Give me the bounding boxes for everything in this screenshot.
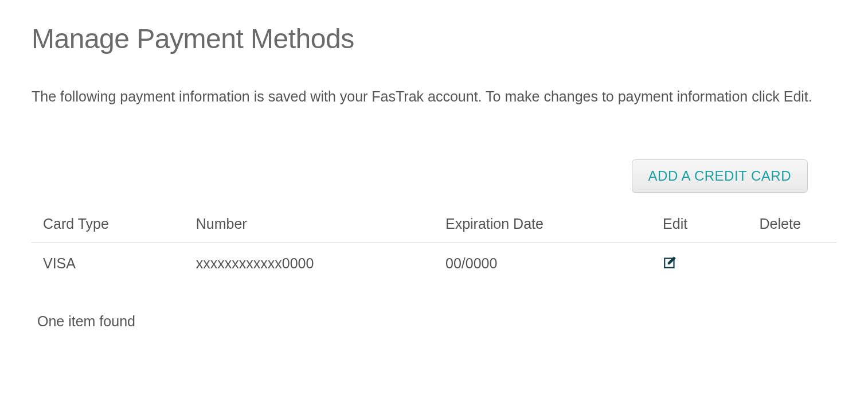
table-header-row: Card Type Number Expiration Date Edit De…	[32, 210, 836, 243]
pencil-edit-icon	[663, 255, 678, 270]
cell-number: xxxxxxxxxxxx0000	[185, 243, 434, 284]
result-count: One item found	[32, 313, 836, 330]
payment-methods-table: Card Type Number Expiration Date Edit De…	[32, 210, 836, 284]
page-description: The following payment information is sav…	[32, 86, 834, 108]
header-expiration: Expiration Date	[434, 210, 651, 243]
table-row: VISA xxxxxxxxxxxx0000 00/0000	[32, 243, 836, 284]
cell-expiration: 00/0000	[434, 243, 651, 284]
edit-button[interactable]	[651, 243, 748, 284]
header-number: Number	[185, 210, 434, 243]
header-edit: Edit	[651, 210, 748, 243]
add-credit-card-button[interactable]: ADD A CREDIT CARD	[632, 159, 808, 193]
cell-delete	[748, 243, 836, 284]
cell-card-type: VISA	[32, 243, 185, 284]
action-bar: ADD A CREDIT CARD	[32, 159, 836, 193]
page-title: Manage Payment Methods	[32, 23, 836, 54]
header-delete: Delete	[748, 210, 836, 243]
header-card-type: Card Type	[32, 210, 185, 243]
